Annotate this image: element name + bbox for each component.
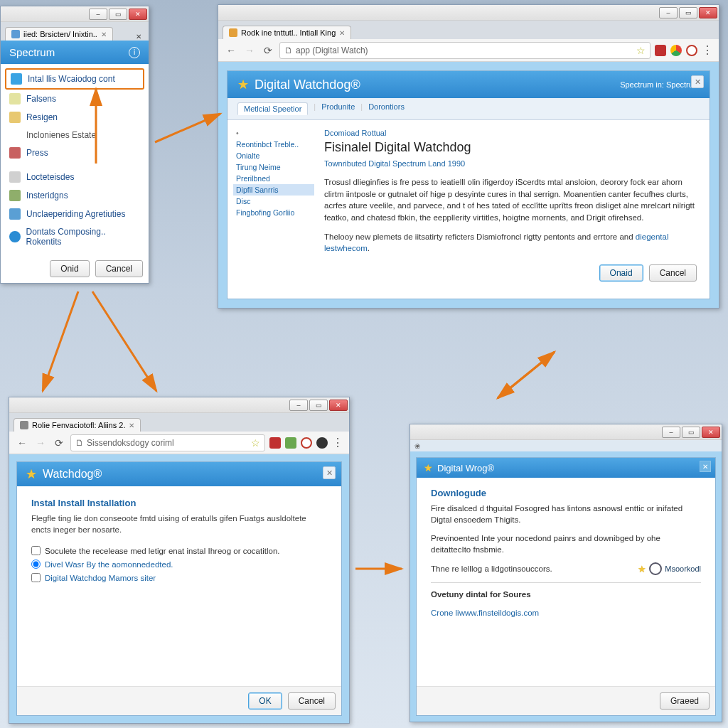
favicon-icon <box>11 30 20 38</box>
svg-line-4 <box>498 352 555 398</box>
browser-viewport: ✕ ★ Watchdog® Instal Install Installatio… <box>9 454 349 723</box>
tab-dorontiors[interactable]: Dorontiors <box>368 102 405 115</box>
intro-text: Flegfle ting lie don conseoote fmtd uisi… <box>31 513 327 535</box>
forward-button[interactable]: → <box>33 436 48 450</box>
tab-strip: iied: Brsicten/ Inixtin.. ✕ ✕ <box>1 22 149 41</box>
close-button[interactable]: ✕ <box>329 400 348 411</box>
side-item[interactable]: Reontinbct Treble.. <box>233 139 314 150</box>
minimize-button[interactable]: – <box>289 400 308 411</box>
dialog-title: Watchdog® <box>43 468 102 481</box>
cancel-button[interactable]: Cancel <box>95 260 143 277</box>
cancel-button[interactable]: Cancel <box>288 692 336 710</box>
svg-line-2 <box>43 291 78 391</box>
side-item-selected[interactable]: Dipfil Sanrris <box>233 184 314 196</box>
ok-button[interactable]: Graeed <box>660 692 710 710</box>
titlebar: – ▭ ✕ <box>1 6 149 22</box>
omnibox[interactable]: 🗋 app (Digital Watch) ☆ <box>279 42 651 59</box>
ok-button[interactable]: OK <box>248 692 282 710</box>
ok-button[interactable]: Onaid <box>599 264 643 282</box>
star-icon: ★ <box>26 466 37 482</box>
folder-icon <box>9 112 21 123</box>
omnibox-text: Sissendoksdogy coriml <box>87 438 174 448</box>
dialog-close-button[interactable]: ✕ <box>700 461 711 472</box>
download-link[interactable]: Crone liwww.finsteildogis.com <box>431 609 701 617</box>
bookmark-star-icon[interactable]: ☆ <box>636 45 646 56</box>
sidebar-item-label: Inclonienes Estate <box>26 130 96 140</box>
close-button[interactable]: ✕ <box>702 427 720 438</box>
sidebar-item-label: Locteteisdes <box>26 172 74 182</box>
back-button[interactable]: ← <box>15 436 29 450</box>
app-menu-icon[interactable]: ❀ <box>414 442 420 450</box>
side-item[interactable]: Prerilbned <box>233 173 314 184</box>
reload-button[interactable]: ⟳ <box>52 436 66 450</box>
checkbox[interactable] <box>31 573 41 582</box>
minimize-button[interactable]: – <box>659 7 678 18</box>
tab-close-icon[interactable]: ✕ <box>339 29 345 37</box>
info-icon[interactable]: i <box>129 47 140 58</box>
side-item[interactable]: Fingbofing Gorliio <box>233 207 314 218</box>
back-button[interactable]: ← <box>224 43 238 58</box>
maximize-button[interactable]: ▭ <box>679 7 697 18</box>
browser-tab[interactable]: iied: Brsicten/ Inixtin.. ✕ <box>5 27 113 41</box>
radio-row[interactable]: Divel Wasr By the aomonnededted. <box>31 557 327 571</box>
checkbox[interactable] <box>31 546 41 555</box>
tab-close-icon[interactable]: ✕ <box>101 31 107 38</box>
extension-icon[interactable] <box>285 437 296 449</box>
sidebar-item[interactable]: Locteteisdes <box>5 168 144 186</box>
tab-metlcial[interactable]: Metlcial Speetior <box>237 102 308 115</box>
sidebar-item-install[interactable]: Intal llis Wcaiodog cont <box>5 68 144 90</box>
bookmark-star-icon[interactable]: ☆ <box>251 437 260 449</box>
tab-produnite[interactable]: Produnite <box>321 102 355 115</box>
tab-close-icon[interactable]: ✕ <box>129 422 134 429</box>
menu-icon[interactable]: ⋮ <box>332 436 343 449</box>
reload-button[interactable]: ⟳ <box>261 43 275 58</box>
tab-overflow-icon[interactable]: ✕ <box>136 33 144 41</box>
dw-dialog: ✕ ★ Digital Watchdog® Spectrum in: Spect… <box>227 70 710 299</box>
extension-icon[interactable] <box>316 437 328 449</box>
menu-icon[interactable]: ⋮ <box>702 43 713 57</box>
browser-tab[interactable]: Rolie Fenvaciotofl: Aliins 2. ✕ <box>14 418 141 432</box>
dialog-buttons: OK Cancel <box>17 686 341 715</box>
omnibox[interactable]: 🗋 Sissendoksdogy coriml ☆ <box>70 434 265 451</box>
side-item[interactable]: Tirung Neime <box>233 161 314 173</box>
dialog-close-button[interactable]: ✕ <box>691 75 704 88</box>
sidebar-item[interactable]: Unclaeperiding Agretiuties <box>5 205 144 223</box>
close-button[interactable]: ✕ <box>699 7 717 18</box>
extension-icon[interactable] <box>655 45 666 56</box>
sidebar-item[interactable]: Press <box>5 144 144 162</box>
extension-icon[interactable] <box>269 437 281 449</box>
maximize-button[interactable]: ▭ <box>309 400 328 411</box>
checkbox-row[interactable]: Soculete the recelease med letigr enat i… <box>31 544 327 557</box>
radio[interactable] <box>31 560 41 569</box>
favicon-icon <box>229 28 237 37</box>
maximize-button[interactable]: ▭ <box>109 9 127 20</box>
dialog-main: Dcomioad Rottual Fisinalel Digital Watch… <box>320 120 710 299</box>
checkbox-label: Digital Watchdog Mamors siter <box>45 574 156 582</box>
ok-button[interactable]: Onid <box>50 260 89 277</box>
cancel-button[interactable]: Cancel <box>649 264 697 282</box>
browser-tab[interactable]: Rodk ine tnttutl.. Intiall King ✕ <box>223 26 351 39</box>
dialog-close-button[interactable]: ✕ <box>323 466 336 479</box>
doc-icon <box>9 190 21 201</box>
sidebar-item[interactable]: Insteridgns <box>5 186 144 205</box>
sidebar-item-label: Press <box>26 148 48 158</box>
pre-label: Dcomioad Rottual <box>324 129 697 137</box>
chrome-icon[interactable] <box>670 45 682 56</box>
minimize-button[interactable]: – <box>662 427 680 438</box>
sidebar-item[interactable]: Dontats Composing.. Rokentits <box>5 223 144 250</box>
extension-icon[interactable] <box>686 45 697 56</box>
extension-icon[interactable] <box>301 437 312 449</box>
side-item[interactable]: Disc <box>233 196 314 207</box>
header-right-text: Spectrum in: Spectrum <box>620 80 700 89</box>
close-button[interactable]: ✕ <box>129 9 147 20</box>
forward-button[interactable]: → <box>242 43 257 58</box>
sidebar-item[interactable]: Resigen <box>5 108 144 127</box>
minimize-button[interactable]: – <box>89 9 107 20</box>
sidebar-item[interactable]: Falsens <box>5 90 144 108</box>
dialog-header: ★ Digital Watchdog® Spectrum in: Spectru… <box>228 71 710 98</box>
sidebar-subitem[interactable]: Inclonienes Estate <box>5 127 144 144</box>
side-item[interactable]: Onialte <box>233 150 314 161</box>
checkbox-row[interactable]: Digital Watchdog Mamors siter <box>31 571 327 584</box>
dialog-body: Downlogude Fire disalced d thguital Foso… <box>417 478 715 686</box>
maximize-button[interactable]: ▭ <box>682 427 700 438</box>
